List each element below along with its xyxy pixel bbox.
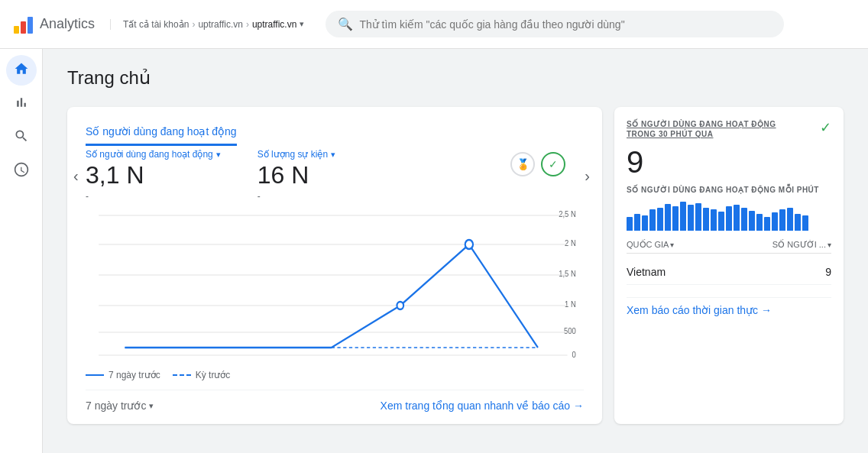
svg-text:1 N: 1 N bbox=[565, 299, 576, 309]
sidebar-item-realtime[interactable] bbox=[6, 156, 37, 186]
line-chart: 2,5 N 2 N 1,5 N 1 N 500 0 bbox=[86, 208, 584, 361]
breadcrumb-arrow2: › bbox=[246, 19, 249, 30]
mini-bar-segment bbox=[756, 214, 763, 231]
breadcrumb-all-accounts[interactable]: Tất cả tài khoản bbox=[123, 19, 189, 30]
metric-active-users: Số người dùng đang hoạt động ▾ 3,1 N - bbox=[86, 149, 221, 202]
sidebar bbox=[0, 49, 43, 453]
app-title: Analytics bbox=[40, 16, 95, 32]
search-explore-icon bbox=[14, 128, 29, 147]
mini-bar-segment bbox=[787, 208, 793, 231]
metric-active-users-value: 3,1 N bbox=[86, 161, 221, 189]
realtime-check-icon: ✓ bbox=[820, 119, 831, 136]
home-icon bbox=[14, 61, 29, 80]
country-name: Vietnam bbox=[627, 266, 666, 278]
legend-line-current bbox=[86, 374, 104, 376]
country-users: 9 bbox=[825, 266, 831, 278]
logo-icon bbox=[12, 14, 34, 35]
sidebar-item-home[interactable] bbox=[6, 55, 37, 86]
breadcrumb-current: uptraffic.vn ▾ bbox=[252, 19, 304, 30]
mini-bar-segment bbox=[634, 214, 640, 231]
breadcrumb-arrow1: › bbox=[192, 19, 195, 30]
mini-bars bbox=[627, 200, 831, 231]
bar-chart-icon bbox=[14, 95, 29, 114]
mini-bar-segment bbox=[680, 202, 686, 231]
metric-events-value: 16 N bbox=[257, 161, 335, 189]
realtime-count: 9 bbox=[627, 145, 831, 180]
metric-events-label[interactable]: Số lượng sự kiện ▾ bbox=[257, 149, 335, 160]
mini-bar-segment bbox=[718, 212, 724, 231]
mini-bar-segment bbox=[665, 204, 671, 231]
realtime-icon bbox=[14, 162, 29, 181]
card-footer: 7 ngày trước ▾ Xem trang tổng quan nhanh… bbox=[86, 390, 584, 412]
svg-text:1,5 N: 1,5 N bbox=[559, 269, 576, 278]
main-card: Số người dùng đang hoạt động ‹ Số người … bbox=[67, 107, 602, 424]
mini-bar-segment bbox=[695, 203, 701, 231]
nav-next-button[interactable]: › bbox=[585, 167, 590, 184]
mini-bar-segment bbox=[627, 217, 633, 231]
tab-active-users[interactable]: Số người dùng đang hoạt động bbox=[86, 119, 237, 146]
sidebar-item-explore[interactable] bbox=[6, 122, 37, 153]
realtime-header: SỐ NGƯỜI DÙNG ĐANG HOẠT ĐỘNG TRONG 30 PH… bbox=[627, 119, 831, 139]
mini-bar-segment bbox=[741, 208, 747, 231]
layout: Trang chủ Số người dùng đang hoạt động ‹… bbox=[0, 49, 868, 453]
logo: Analytics bbox=[12, 14, 95, 35]
page-title: Trang chủ bbox=[67, 67, 844, 89]
mini-bar-segment bbox=[703, 208, 709, 231]
chart-legend: 7 ngày trước Kỳ trước bbox=[86, 370, 584, 380]
legend-current: 7 ngày trước bbox=[86, 370, 160, 380]
table-header: QUỐC GIA ▾ SỐ NGƯỜI ... ▾ bbox=[627, 237, 831, 254]
legend-previous: Kỳ trước bbox=[173, 370, 231, 380]
content-row: Số người dùng đang hoạt động ‹ Số người … bbox=[67, 107, 844, 424]
mini-bar-segment bbox=[795, 214, 801, 231]
realtime-title: SỐ NGƯỜI DÙNG ĐANG HOẠT ĐỘNG TRONG 30 PH… bbox=[627, 119, 779, 139]
mini-bar-segment bbox=[779, 209, 785, 231]
chart-area: 2,5 N 2 N 1,5 N 1 N 500 0 bbox=[86, 208, 584, 364]
mini-bar-segment bbox=[764, 217, 770, 231]
mini-bar-segment bbox=[642, 215, 648, 231]
breadcrumb-site[interactable]: uptraffic.vn bbox=[198, 19, 242, 30]
realtime-report-link[interactable]: Xem báo cáo thời gian thực → bbox=[627, 297, 831, 316]
mini-bar-segment bbox=[672, 206, 679, 231]
mini-bar-segment bbox=[726, 206, 732, 231]
svg-text:0: 0 bbox=[572, 350, 576, 359]
metric-events: Số lượng sự kiện ▾ 16 N - bbox=[257, 149, 335, 202]
metrics-row: ‹ Số người dùng đang hoạt động ▾ 3,1 N -… bbox=[86, 149, 584, 202]
sidebar-item-reports[interactable] bbox=[6, 89, 37, 119]
mini-bar-label: SỐ NGƯỜI DÙNG ĐANG HOẠT ĐỘNG MỖI PHÚT bbox=[627, 186, 831, 194]
mini-bar-segment bbox=[802, 215, 808, 231]
metric-active-users-label[interactable]: Số người dùng đang hoạt động ▾ bbox=[86, 149, 221, 160]
legend-previous-label: Kỳ trước bbox=[196, 370, 231, 380]
mini-bar-segment bbox=[657, 208, 663, 231]
mini-bar-segment bbox=[734, 205, 740, 231]
svg-point-24 bbox=[397, 302, 404, 309]
search-icon: 🔍 bbox=[338, 17, 353, 31]
svg-point-25 bbox=[465, 240, 473, 249]
col-country-header[interactable]: QUỐC GIA ▾ bbox=[627, 240, 674, 250]
svg-rect-2 bbox=[28, 17, 33, 34]
mini-bar-segment bbox=[772, 212, 778, 231]
date-filter[interactable]: 7 ngày trước ▾ bbox=[86, 400, 154, 412]
card-tabs: Số người dùng đang hoạt động bbox=[86, 119, 584, 146]
mini-bar-segment bbox=[711, 209, 717, 231]
header: Analytics Tất cả tài khoản › uptraffic.v… bbox=[0, 0, 868, 49]
search-bar[interactable]: 🔍 bbox=[326, 11, 784, 37]
legend-line-previous bbox=[173, 374, 191, 376]
chart-icons: 🏅 ✓ bbox=[510, 152, 565, 176]
svg-text:500: 500 bbox=[564, 326, 576, 335]
checkmark-icon-button[interactable]: ✓ bbox=[541, 152, 565, 176]
mini-bar-segment bbox=[749, 211, 755, 231]
search-input[interactable] bbox=[359, 18, 772, 31]
legend-current-label: 7 ngày trước bbox=[108, 370, 160, 380]
nav-prev-button[interactable]: ‹ bbox=[73, 167, 79, 184]
col-users-header[interactable]: SỐ NGƯỜI ... ▾ bbox=[772, 240, 831, 250]
view-report-link[interactable]: Xem trang tổng quan nhanh về báo cáo → bbox=[381, 400, 584, 412]
svg-text:2 N: 2 N bbox=[565, 238, 576, 248]
medal-icon-button[interactable]: 🏅 bbox=[510, 152, 535, 176]
svg-text:2,5 N: 2,5 N bbox=[559, 209, 576, 218]
breadcrumb: Tất cả tài khoản › uptraffic.vn › uptraf… bbox=[110, 19, 304, 30]
realtime-panel: SỐ NGƯỜI DÙNG ĐANG HOẠT ĐỘNG TRONG 30 PH… bbox=[614, 107, 844, 424]
table-row: Vietnam 9 bbox=[627, 260, 831, 285]
svg-rect-0 bbox=[14, 26, 19, 34]
svg-rect-1 bbox=[21, 21, 26, 34]
mini-bar-segment bbox=[649, 209, 656, 231]
